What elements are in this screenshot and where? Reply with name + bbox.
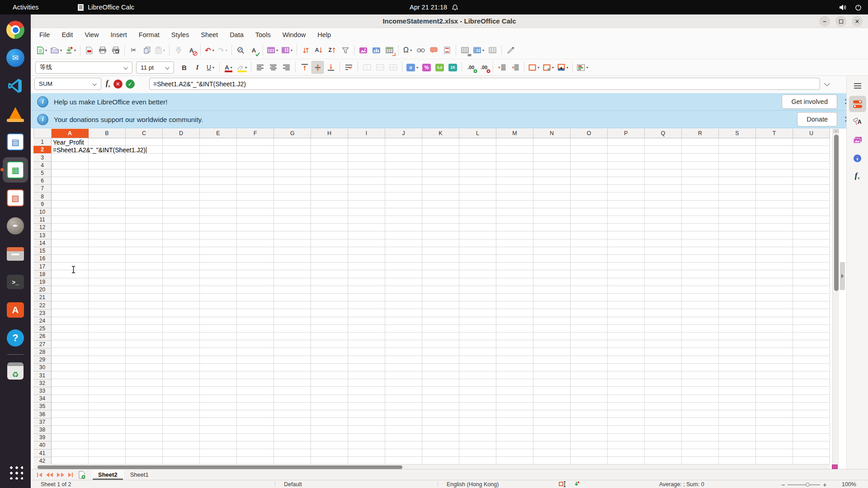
export-pdf-icon[interactable] — [83, 44, 95, 56]
italic-icon[interactable]: I — [191, 61, 203, 74]
bold-icon[interactable]: B — [178, 61, 190, 74]
next-sheet-icon[interactable] — [57, 473, 64, 477]
menu-file[interactable]: File — [33, 29, 56, 40]
dock-item-files[interactable] — [3, 241, 28, 267]
decrease-indent-icon[interactable] — [509, 61, 521, 74]
accept-icon[interactable]: ✓ — [126, 80, 135, 89]
row-header-36[interactable]: 36 — [33, 410, 52, 418]
zoom-percentage[interactable]: 100% — [842, 481, 856, 488]
unmerge-cells-icon[interactable] — [387, 61, 399, 74]
select-all-corner[interactable] — [33, 129, 52, 138]
font-size-combo[interactable]: 11 pt — [136, 61, 174, 74]
row-header-18[interactable]: 18 — [33, 271, 52, 278]
expand-formula-bar-icon[interactable] — [824, 80, 830, 86]
row-header-32[interactable]: 32 — [33, 380, 52, 387]
row-header-15[interactable]: 15 — [33, 247, 52, 255]
cell-grid[interactable] — [52, 138, 830, 465]
row-header-1[interactable]: 1 — [33, 138, 52, 146]
dock-item-trash[interactable]: ♻ — [3, 358, 28, 384]
row-header-12[interactable]: 12 — [33, 224, 52, 231]
pivot-table-icon[interactable] — [383, 44, 396, 56]
underline-icon[interactable]: U▾ — [204, 61, 217, 74]
restore-button[interactable] — [835, 16, 846, 27]
add-decimal-icon[interactable]: .00 — [465, 61, 477, 74]
column-header-N[interactable]: N — [533, 129, 571, 138]
column-header-Q[interactable]: Q — [645, 129, 682, 138]
sort-descending-icon[interactable]: Z — [326, 44, 338, 56]
redo-icon[interactable]: ↷▾ — [217, 44, 229, 56]
comment-icon[interactable] — [428, 44, 440, 56]
row-header-42[interactable]: 42 — [33, 457, 52, 465]
align-right-icon[interactable] — [280, 61, 292, 74]
spelling-icon[interactable]: A — [248, 44, 260, 56]
edit-cell-A2[interactable]: =Sheet1.A2&"_"&INT(Sheet1.J2) — [53, 146, 146, 154]
row-header-9[interactable]: 9 — [33, 201, 52, 208]
sidebar-sidebar-settings-icon[interactable] — [849, 78, 866, 94]
row-header-29[interactable]: 29 — [33, 356, 52, 364]
row-header-23[interactable]: 23 — [33, 310, 52, 317]
align-center-icon[interactable] — [267, 61, 279, 74]
column-icon[interactable]: ▾ — [280, 44, 294, 56]
copy-icon[interactable] — [141, 44, 153, 56]
row-header-25[interactable]: 25 — [33, 325, 52, 333]
sort-icon[interactable] — [300, 44, 312, 56]
row-header-31[interactable]: 31 — [33, 371, 52, 379]
row-header-28[interactable]: 28 — [33, 348, 52, 356]
first-sheet-icon[interactable] — [37, 473, 42, 477]
column-header-U[interactable]: U — [793, 129, 830, 138]
menu-edit[interactable]: Edit — [56, 29, 79, 40]
dock-item-help[interactable]: ? — [3, 325, 28, 351]
align-bottom-icon[interactable] — [325, 61, 337, 74]
dock-item-libreoffice-writer[interactable]: ▤ — [3, 129, 28, 155]
paste-icon[interactable]: ▾ — [154, 44, 166, 56]
column-header-R[interactable]: R — [682, 129, 719, 138]
row-header-22[interactable]: 22 — [33, 301, 52, 309]
split-handle[interactable]: − — [834, 129, 839, 133]
horizontal-scrollbar-thumb[interactable] — [38, 465, 402, 469]
align-left-icon[interactable] — [254, 61, 266, 74]
row-header-40[interactable]: 40 — [33, 441, 52, 449]
row-header-2[interactable]: 2 — [33, 146, 52, 154]
column-header-H[interactable]: H — [311, 129, 348, 138]
row-header-38[interactable]: 38 — [33, 426, 52, 434]
row-header-30[interactable]: 30 — [33, 364, 52, 371]
function-wizard-icon[interactable]: fx — [106, 79, 110, 88]
clock[interactable]: Apr 21 21:18 — [410, 4, 458, 11]
special-character-icon[interactable]: Ω▾ — [401, 44, 414, 56]
formula-input[interactable]: =Sheet1.A2&"_"&INT(Sheet1.J2) — [149, 78, 820, 90]
clear-formatting-icon[interactable]: A — [185, 44, 198, 56]
dock-item-libreoffice-calc[interactable]: ▦ — [3, 157, 28, 183]
zoom-in-icon[interactable]: + — [823, 481, 826, 488]
column-header-D[interactable]: D — [163, 129, 200, 138]
cut-icon[interactable]: ✂ — [127, 44, 140, 56]
new-icon[interactable]: ▾ — [36, 44, 48, 56]
delete-decimal-icon[interactable]: .00 — [478, 61, 490, 74]
row-header-41[interactable]: 41 — [33, 450, 52, 457]
insert-image-icon[interactable] — [357, 44, 369, 56]
sheet-tab-sheet1[interactable]: Sheet1 — [124, 470, 155, 480]
add-sheet-icon[interactable] — [78, 471, 85, 479]
page-style[interactable]: Default — [284, 481, 302, 488]
menu-view[interactable]: View — [79, 29, 104, 40]
freeze-icon[interactable]: ▾ — [472, 44, 486, 56]
zoom-slider[interactable]: − + — [781, 481, 826, 488]
open-icon[interactable]: ▾ — [49, 44, 63, 56]
menu-format[interactable]: Format — [133, 29, 165, 40]
system-tray[interactable] — [839, 4, 862, 11]
minimize-button[interactable]: − — [819, 16, 830, 27]
donate-button[interactable]: Donate — [797, 112, 837, 127]
headers-footers-icon[interactable] — [441, 44, 453, 56]
menu-insert[interactable]: Insert — [105, 29, 133, 40]
merge-cells-icon[interactable] — [361, 61, 373, 74]
insert-chart-icon[interactable] — [370, 44, 382, 56]
document-modified-icon[interactable] — [573, 481, 580, 487]
menu-help[interactable]: Help — [311, 29, 337, 40]
row-header-5[interactable]: 5 — [33, 169, 52, 177]
column-header-O[interactable]: O — [571, 129, 608, 138]
row-header-16[interactable]: 16 — [33, 255, 52, 263]
column-header-I[interactable]: I — [348, 129, 385, 138]
highlight-color-icon[interactable]: ▾ — [236, 61, 248, 74]
last-sheet-icon[interactable] — [68, 473, 73, 477]
row-header-35[interactable]: 35 — [33, 403, 52, 410]
sidebar-properties-icon[interactable] — [849, 96, 866, 112]
